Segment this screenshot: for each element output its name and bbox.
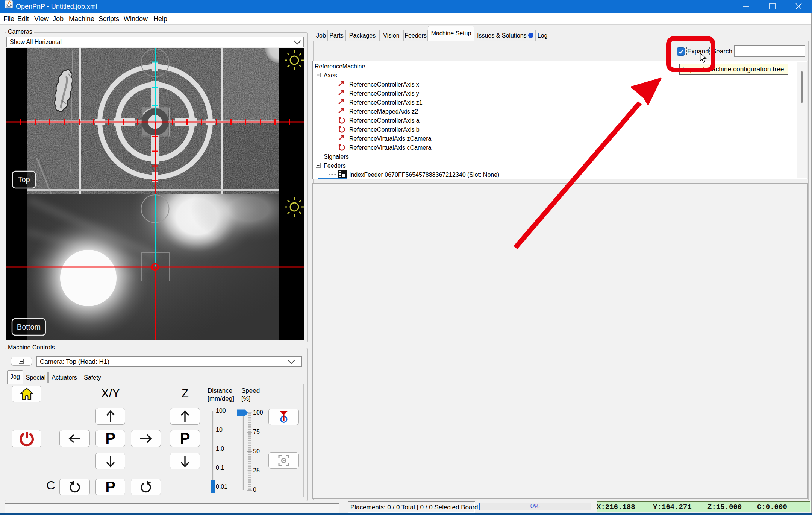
svg-text:Bottom: Bottom bbox=[17, 323, 41, 331]
svg-text:Top: Top bbox=[18, 175, 30, 184]
